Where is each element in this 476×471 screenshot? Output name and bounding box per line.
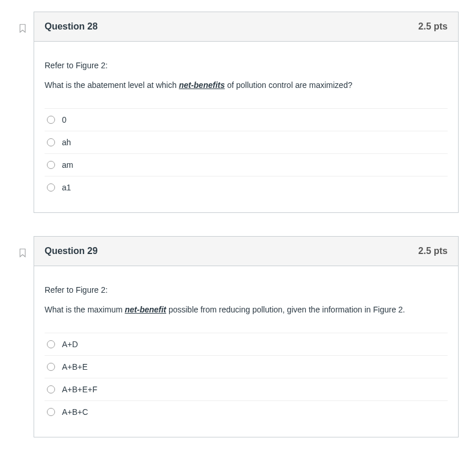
answer-label: A+D — [62, 340, 78, 349]
prompt-before: What is the maximum — [45, 305, 125, 314]
question-prompt: Refer to Figure 2: What is the abatement… — [45, 59, 448, 92]
answer-label: A+B+E — [62, 362, 87, 371]
question-card: Question 28 2.5 pts Refer to Figure 2: W… — [34, 12, 459, 213]
question-card: Question 29 2.5 pts Refer to Figure 2: W… — [34, 236, 459, 437]
answer-radio[interactable] — [47, 161, 55, 169]
question-points: 2.5 pts — [418, 21, 448, 32]
answer-label: am — [62, 160, 73, 170]
prompt-emphasis: net-benefits — [179, 80, 225, 90]
question-header: Question 28 2.5 pts — [34, 12, 458, 42]
prompt-line-1: Refer to Figure 2: — [45, 59, 448, 72]
answer-option[interactable]: A+B+E — [45, 355, 448, 378]
answer-label: 0 — [62, 115, 67, 124]
bookmark-icon[interactable] — [17, 248, 28, 258]
answer-option[interactable]: 0 — [45, 108, 448, 131]
answer-option[interactable]: A+B+E+F — [45, 378, 448, 400]
question-body: Refer to Figure 2: What is the maximum n… — [34, 266, 458, 437]
answer-list: 0 ah am a1 — [45, 108, 448, 198]
prompt-line-2: What is the maximum net-benefit possible… — [45, 303, 448, 316]
answer-option[interactable]: A+B+C — [45, 400, 448, 423]
answer-label: ah — [62, 138, 71, 147]
question-title: Question 29 — [45, 246, 98, 256]
prompt-line-1: Refer to Figure 2: — [45, 284, 448, 296]
prompt-after: possible from reducing pollution, given … — [166, 305, 405, 314]
question-header: Question 29 2.5 pts — [34, 237, 458, 266]
answer-option[interactable]: a1 — [45, 176, 448, 198]
answer-radio[interactable] — [47, 138, 55, 146]
answer-radio[interactable] — [47, 116, 55, 124]
answer-list: A+D A+B+E A+B+E+F A+B+C — [45, 333, 448, 423]
answer-radio[interactable] — [47, 385, 55, 393]
answer-option[interactable]: ah — [45, 131, 448, 153]
answer-option[interactable]: A+D — [45, 333, 448, 355]
answer-radio[interactable] — [47, 183, 55, 192]
prompt-emphasis: net-benefit — [125, 305, 166, 314]
prompt-before: What is the abatement level at which — [45, 80, 179, 90]
answer-label: A+B+C — [62, 407, 88, 417]
answer-radio[interactable] — [47, 340, 55, 348]
answer-label: A+B+E+F — [62, 385, 97, 394]
prompt-after: of pollution control are maximized? — [225, 80, 352, 90]
answer-option[interactable]: am — [45, 153, 448, 176]
answer-label: a1 — [62, 183, 71, 192]
question-points: 2.5 pts — [418, 246, 448, 256]
prompt-line-2: What is the abatement level at which net… — [45, 79, 448, 91]
answer-radio[interactable] — [47, 363, 55, 371]
question-body: Refer to Figure 2: What is the abatement… — [34, 42, 458, 212]
question-wrapper: Question 29 2.5 pts Refer to Figure 2: W… — [17, 236, 459, 437]
question-title: Question 28 — [45, 21, 98, 32]
answer-radio[interactable] — [47, 408, 55, 416]
question-wrapper: Question 28 2.5 pts Refer to Figure 2: W… — [17, 12, 459, 213]
bookmark-icon[interactable] — [17, 23, 28, 34]
question-prompt: Refer to Figure 2: What is the maximum n… — [45, 284, 448, 317]
